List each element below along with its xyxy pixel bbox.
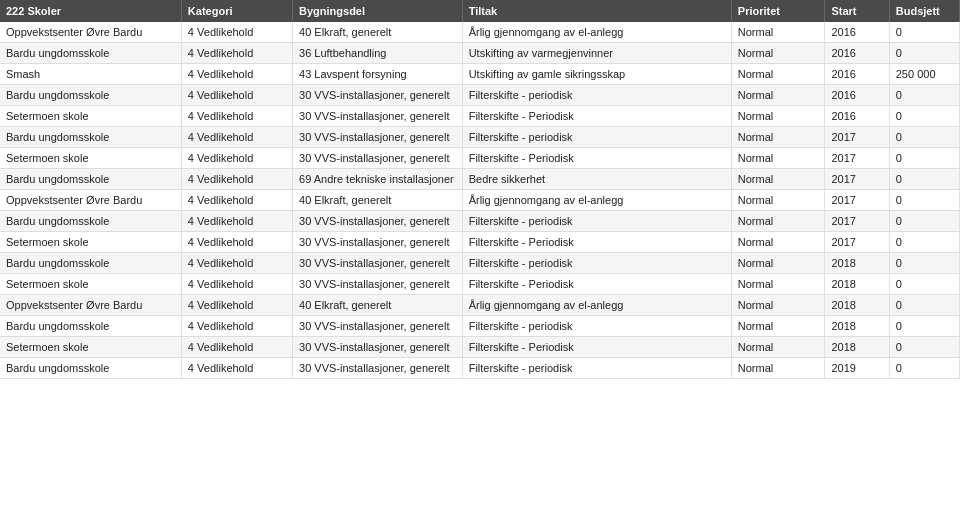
cell-tiltak: Filterskifte - Periodisk [462, 148, 731, 169]
table-row: Bardu ungdomsskole4 Vedlikehold30 VVS-in… [0, 358, 960, 379]
table-row: Bardu ungdomsskole4 Vedlikehold69 Andre … [0, 169, 960, 190]
table-row: Setermoen skole4 Vedlikehold30 VVS-insta… [0, 274, 960, 295]
cell-skoler: Setermoen skole [0, 232, 181, 253]
cell-tiltak: Filterskifte - periodisk [462, 85, 731, 106]
cell-skoler: Bardu ungdomsskole [0, 169, 181, 190]
cell-prioritet: Normal [731, 43, 825, 64]
cell-tiltak: Filterskifte - periodisk [462, 316, 731, 337]
cell-start: 2016 [825, 64, 889, 85]
cell-kategori: 4 Vedlikehold [181, 169, 292, 190]
cell-budsjett: 250 000 [889, 64, 959, 85]
cell-tiltak: Utskifting av varmegjenvinner [462, 43, 731, 64]
table-row: Setermoen skole4 Vedlikehold30 VVS-insta… [0, 106, 960, 127]
cell-prioritet: Normal [731, 85, 825, 106]
cell-kategori: 4 Vedlikehold [181, 190, 292, 211]
cell-prioritet: Normal [731, 64, 825, 85]
cell-bygningsdel: 69 Andre tekniske installasjoner [293, 169, 463, 190]
cell-tiltak: Filterskifte - periodisk [462, 127, 731, 148]
cell-skoler: Oppvekstsenter Øvre Bardu [0, 190, 181, 211]
cell-kategori: 4 Vedlikehold [181, 253, 292, 274]
cell-start: 2016 [825, 22, 889, 43]
cell-tiltak: Filterskifte - Periodisk [462, 337, 731, 358]
cell-budsjett: 0 [889, 106, 959, 127]
cell-skoler: Bardu ungdomsskole [0, 211, 181, 232]
cell-start: 2017 [825, 232, 889, 253]
cell-kategori: 4 Vedlikehold [181, 358, 292, 379]
data-table: 222 Skoler Kategori Bygningsdel Tiltak P… [0, 0, 960, 379]
cell-bygningsdel: 30 VVS-installasjoner, generelt [293, 253, 463, 274]
cell-tiltak: Årlig gjennomgang av el-anlegg [462, 295, 731, 316]
header-budsjett: Budsjett [889, 0, 959, 22]
cell-budsjett: 0 [889, 232, 959, 253]
cell-budsjett: 0 [889, 274, 959, 295]
cell-skoler: Bardu ungdomsskole [0, 127, 181, 148]
cell-skoler: Setermoen skole [0, 148, 181, 169]
table-row: Oppvekstsenter Øvre Bardu4 Vedlikehold40… [0, 190, 960, 211]
cell-budsjett: 0 [889, 358, 959, 379]
cell-start: 2016 [825, 43, 889, 64]
cell-kategori: 4 Vedlikehold [181, 64, 292, 85]
table-row: Setermoen skole4 Vedlikehold30 VVS-insta… [0, 232, 960, 253]
cell-start: 2016 [825, 106, 889, 127]
header-kategori: Kategori [181, 0, 292, 22]
cell-prioritet: Normal [731, 337, 825, 358]
table-header-row: 222 Skoler Kategori Bygningsdel Tiltak P… [0, 0, 960, 22]
cell-prioritet: Normal [731, 358, 825, 379]
table-row: Bardu ungdomsskole4 Vedlikehold30 VVS-in… [0, 316, 960, 337]
header-prioritet: Prioritet [731, 0, 825, 22]
cell-prioritet: Normal [731, 127, 825, 148]
table-row: Setermoen skole4 Vedlikehold30 VVS-insta… [0, 148, 960, 169]
main-table-container: 222 Skoler Kategori Bygningsdel Tiltak P… [0, 0, 960, 379]
cell-bygningsdel: 30 VVS-installasjoner, generelt [293, 316, 463, 337]
cell-start: 2017 [825, 127, 889, 148]
cell-start: 2017 [825, 211, 889, 232]
cell-start: 2018 [825, 295, 889, 316]
cell-tiltak: Filterskifte - Periodisk [462, 274, 731, 295]
cell-tiltak: Filterskifte - periodisk [462, 253, 731, 274]
cell-skoler: Setermoen skole [0, 337, 181, 358]
cell-skoler: Bardu ungdomsskole [0, 85, 181, 106]
cell-kategori: 4 Vedlikehold [181, 127, 292, 148]
cell-skoler: Bardu ungdomsskole [0, 316, 181, 337]
cell-kategori: 4 Vedlikehold [181, 85, 292, 106]
cell-bygningsdel: 30 VVS-installasjoner, generelt [293, 274, 463, 295]
cell-budsjett: 0 [889, 316, 959, 337]
cell-start: 2018 [825, 253, 889, 274]
cell-budsjett: 0 [889, 190, 959, 211]
cell-budsjett: 0 [889, 211, 959, 232]
table-row: Smash4 Vedlikehold43 Lavspent forsyningU… [0, 64, 960, 85]
cell-kategori: 4 Vedlikehold [181, 337, 292, 358]
cell-skoler: Smash [0, 64, 181, 85]
cell-bygningsdel: 30 VVS-installasjoner, generelt [293, 85, 463, 106]
cell-skoler: Bardu ungdomsskole [0, 253, 181, 274]
cell-tiltak: Årlig gjennomgang av el-anlegg [462, 190, 731, 211]
cell-budsjett: 0 [889, 148, 959, 169]
cell-bygningsdel: 40 Elkraft, generelt [293, 22, 463, 43]
cell-bygningsdel: 30 VVS-installasjoner, generelt [293, 211, 463, 232]
cell-skoler: Oppvekstsenter Øvre Bardu [0, 22, 181, 43]
cell-budsjett: 0 [889, 85, 959, 106]
cell-kategori: 4 Vedlikehold [181, 106, 292, 127]
cell-kategori: 4 Vedlikehold [181, 148, 292, 169]
cell-bygningsdel: 30 VVS-installasjoner, generelt [293, 232, 463, 253]
cell-start: 2017 [825, 190, 889, 211]
cell-start: 2017 [825, 169, 889, 190]
cell-start: 2018 [825, 274, 889, 295]
cell-tiltak: Filterskifte - periodisk [462, 358, 731, 379]
cell-start: 2018 [825, 337, 889, 358]
cell-skoler: Setermoen skole [0, 106, 181, 127]
cell-budsjett: 0 [889, 127, 959, 148]
cell-budsjett: 0 [889, 169, 959, 190]
header-start: Start [825, 0, 889, 22]
table-row: Bardu ungdomsskole4 Vedlikehold30 VVS-in… [0, 253, 960, 274]
cell-skoler: Oppvekstsenter Øvre Bardu [0, 295, 181, 316]
cell-skoler: Bardu ungdomsskole [0, 43, 181, 64]
cell-prioritet: Normal [731, 148, 825, 169]
cell-tiltak: Utskifting av gamle sikringsskap [462, 64, 731, 85]
cell-bygningsdel: 30 VVS-installasjoner, generelt [293, 148, 463, 169]
table-row: Bardu ungdomsskole4 Vedlikehold30 VVS-in… [0, 127, 960, 148]
cell-start: 2017 [825, 148, 889, 169]
header-skoler: 222 Skoler [0, 0, 181, 22]
cell-kategori: 4 Vedlikehold [181, 232, 292, 253]
cell-kategori: 4 Vedlikehold [181, 295, 292, 316]
